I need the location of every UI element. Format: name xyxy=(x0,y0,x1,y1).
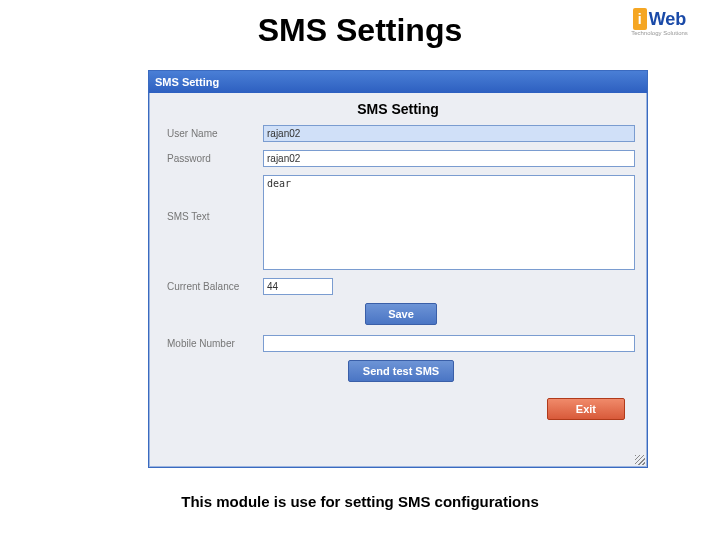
password-input[interactable] xyxy=(263,150,635,167)
logo-i-icon: i xyxy=(633,8,647,30)
password-label: Password xyxy=(167,153,263,164)
sms-text-label: SMS Text xyxy=(167,175,263,222)
username-label: User Name xyxy=(167,128,263,139)
mobile-label: Mobile Number xyxy=(167,338,263,349)
panel-heading: SMS Setting xyxy=(149,101,647,117)
mobile-input[interactable] xyxy=(263,335,635,352)
slide-caption: This module is use for setting SMS confi… xyxy=(0,493,720,510)
logo-web-text: Web xyxy=(649,9,687,30)
logo-subtext: Technology Solutions xyxy=(631,30,688,36)
slide-title: SMS Settings xyxy=(0,12,720,49)
send-test-sms-button[interactable]: Send test SMS xyxy=(348,360,454,382)
save-button[interactable]: Save xyxy=(365,303,437,325)
balance-label: Current Balance xyxy=(167,281,263,292)
sms-setting-window: SMS Setting SMS Setting User Name Passwo… xyxy=(148,70,648,468)
resize-grip-icon[interactable] xyxy=(635,455,645,465)
sms-text-input[interactable]: dear xyxy=(263,175,635,270)
form-area: User Name Password SMS Text dear Current… xyxy=(149,123,647,426)
exit-button[interactable]: Exit xyxy=(547,398,625,420)
window-titlebar[interactable]: SMS Setting xyxy=(149,71,647,93)
balance-input[interactable] xyxy=(263,278,333,295)
username-input[interactable] xyxy=(263,125,635,142)
brand-logo: i Web Technology Solutions xyxy=(617,8,702,58)
window-title-text: SMS Setting xyxy=(155,76,219,88)
